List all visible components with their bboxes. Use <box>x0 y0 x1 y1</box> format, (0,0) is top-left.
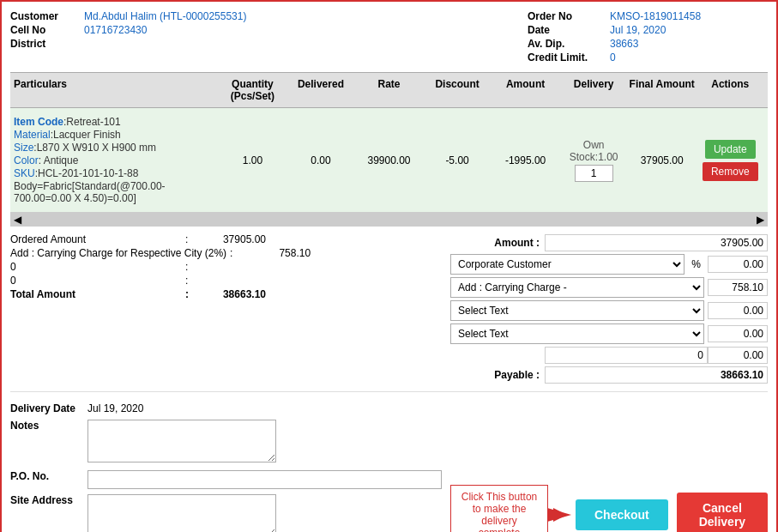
customer-value: Md.Abdul Halim (HTL-0000255531) <box>84 10 246 22</box>
percent-sign: % <box>688 258 704 270</box>
payable-label: Payable : <box>450 369 545 381</box>
item-sku: SKU:HCL-201-101-10-1-88 <box>14 167 219 179</box>
item-code: Item Code:Retreat-101 <box>14 116 219 128</box>
district-row: District <box>10 38 246 50</box>
cell-value: 01716723430 <box>84 24 147 36</box>
col-header-rate: Rate <box>355 78 424 102</box>
remove-button[interactable]: Remove <box>703 162 758 181</box>
corporate-value-input[interactable] <box>708 256 768 273</box>
order-no-value: KMSO-1819011458 <box>610 10 701 22</box>
bottom-section: Delivery Date Jul 19, 2020 Notes P.O. No… <box>10 391 768 532</box>
col-header-particulars: Particulars <box>14 78 219 102</box>
form-section: Delivery Date Jul 19, 2020 Notes P.O. No… <box>10 397 442 532</box>
po-no-label: P.O. No. <box>10 470 87 482</box>
header-left: Customer Md.Abdul Halim (HTL-0000255531)… <box>10 10 246 63</box>
header-section: Customer Md.Abdul Halim (HTL-0000255531)… <box>10 10 768 63</box>
item-section: Item Code:Retreat-101 Material:Lacquer F… <box>10 108 768 213</box>
checkout-button[interactable]: Checkout <box>576 499 668 530</box>
update-button[interactable]: Update <box>705 140 756 159</box>
checkout-tooltip: Click This button to make the delivery c… <box>450 485 548 532</box>
carrying-value: 758.10 <box>242 247 311 259</box>
order-row: Order No KMSO-1819011458 <box>528 10 768 22</box>
summary-right: Amount : Corporate Customer % Add : Carr… <box>450 232 768 386</box>
date-row: Date Jul 19, 2020 <box>528 24 768 36</box>
main-container: Customer Md.Abdul Halim (HTL-0000255531)… <box>0 0 778 532</box>
corporate-customer-select[interactable]: Corporate Customer <box>450 254 685 275</box>
select-text2-select[interactable]: Select Text <box>450 323 704 344</box>
summary-left: Ordered Amount : 37905.00 Add : Carrying… <box>10 232 433 386</box>
date-label: Date <box>528 24 605 36</box>
scroll-right-arrow[interactable]: ▶ <box>753 213 768 227</box>
cell-label: Cell No <box>10 24 79 36</box>
ordered-value: 37905.00 <box>197 233 266 245</box>
action-buttons: Click This button to make the delivery c… <box>450 478 768 532</box>
zero-input[interactable] <box>545 347 708 364</box>
item-amount: -1995.00 <box>492 154 560 166</box>
item-delivery: Own Stock:1.00 <box>559 139 628 182</box>
amount-row: Amount : <box>450 234 768 251</box>
amount-input[interactable] <box>545 234 768 251</box>
notes-textarea[interactable] <box>87 420 276 462</box>
notes-label: Notes <box>10 420 87 432</box>
delivery-own-label: Own Stock:1.00 <box>559 139 628 163</box>
av-dip-label: Av. Dip. <box>528 38 605 50</box>
item-color: Color: Antique <box>14 154 219 166</box>
zero1-label: 0 <box>10 261 182 273</box>
total-label: Total Amount <box>10 288 182 300</box>
tooltip-text: Click This button to make the delivery c… <box>461 491 537 532</box>
carrying-colon: : <box>230 247 238 259</box>
site-address-row: Site Address <box>10 494 442 532</box>
col-header-final: Final Amount <box>628 78 697 102</box>
carrying-charge-input[interactable] <box>708 279 768 296</box>
ordered-colon: : <box>185 233 194 245</box>
av-dip-value: 38663 <box>610 38 638 50</box>
item-rate: 39900.00 <box>355 154 424 166</box>
item-actions: Update Remove <box>696 140 764 181</box>
site-address-label: Site Address <box>10 494 87 506</box>
site-address-textarea[interactable] <box>87 494 276 532</box>
total-amount-row: Total Amount : 38663.10 <box>10 288 433 300</box>
carrying-charge-select[interactable]: Add : Carrying Charge - <box>450 277 704 298</box>
notes-row: Notes <box>10 420 442 465</box>
select-value1-input[interactable] <box>708 302 768 319</box>
select-text1-select[interactable]: Select Text <box>450 300 704 321</box>
zero2-row: 0 : <box>10 275 433 287</box>
credit-label: Credit Limit. <box>528 51 605 63</box>
table-header: Particulars Quantity (Pcs/Set) Delivered… <box>10 72 768 108</box>
item-material: Material:Lacquer Finish <box>14 129 219 141</box>
header-right: Order No KMSO-1819011458 Date Jul 19, 20… <box>528 10 768 63</box>
item-quantity: 1.00 <box>219 154 287 166</box>
summary-section: Ordered Amount : 37905.00 Add : Carrying… <box>10 227 768 391</box>
delivery-quantity-input[interactable] <box>575 165 613 182</box>
cell-row: Cell No 01716723430 <box>10 24 246 36</box>
delivery-date-row: Delivery Date Jul 19, 2020 <box>10 402 442 414</box>
item-body: Body=Fabric[Standard(@700.00-700.00=0.00… <box>14 180 219 204</box>
select-value2-input[interactable] <box>708 325 768 342</box>
zero-value-input[interactable] <box>708 347 768 364</box>
corporate-customer-row: Corporate Customer % <box>450 254 768 275</box>
col-header-actions: Actions <box>696 78 764 102</box>
site-address-field-wrap <box>87 494 442 532</box>
notes-field-wrap <box>87 420 442 465</box>
av-dip-row: Av. Dip. 38663 <box>528 38 768 50</box>
cancel-delivery-button[interactable]: Cancel Delivery <box>677 493 768 532</box>
date-value: Jul 19, 2020 <box>610 24 666 36</box>
district-label: District <box>10 38 79 50</box>
payable-input[interactable] <box>545 366 768 384</box>
col-header-delivery: Delivery <box>559 78 628 102</box>
po-no-field-wrap <box>87 470 442 489</box>
item-size: Size:L870 X W910 X H900 mm <box>14 142 219 154</box>
ordered-amount-row: Ordered Amount : 37905.00 <box>10 233 433 245</box>
credit-value: 0 <box>610 51 616 63</box>
customer-label: Customer <box>10 10 79 22</box>
carrying-label: Add : Carrying Charge for Respective Cit… <box>10 247 226 259</box>
delivery-date-value: Jul 19, 2020 <box>87 402 143 414</box>
action-buttons-section: Click This button to make the delivery c… <box>450 397 768 532</box>
scroll-left-arrow[interactable]: ◀ <box>10 213 25 227</box>
po-no-row: P.O. No. <box>10 470 442 489</box>
select-text1-row: Select Text <box>450 300 768 321</box>
amount-label: Amount : <box>450 237 545 249</box>
horizontal-scrollbar[interactable]: ◀ ▶ <box>10 213 768 227</box>
po-no-input[interactable] <box>87 470 442 489</box>
zero2-label: 0 <box>10 275 182 287</box>
